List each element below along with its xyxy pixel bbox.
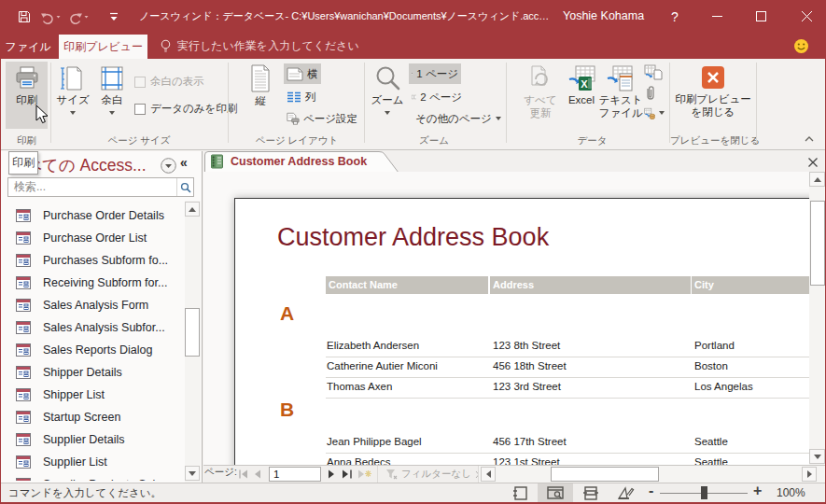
nav-item-label: Sales Analysis Subfor...	[43, 321, 165, 334]
help-button[interactable]: ?	[659, 0, 691, 33]
export-pdf-xps-button[interactable]	[641, 62, 667, 82]
two-pages-button[interactable]: 2 ページ	[409, 87, 465, 107]
redo-icon[interactable]	[68, 7, 89, 26]
pdf-xps-icon	[644, 64, 663, 80]
size-dropdown-arrow	[70, 111, 76, 115]
filter-status-button[interactable]: フィルターなし	[377, 466, 480, 483]
zoom-button[interactable]: ズーム	[369, 62, 406, 129]
nav-item[interactable]: Purchases Subform fo...	[1, 249, 185, 272]
report-view-button[interactable]	[502, 483, 538, 502]
customize-qat-icon[interactable]	[108, 7, 119, 26]
zoom-percentage[interactable]: 100%	[777, 483, 805, 502]
account-user-name[interactable]: Yoshie Kohama	[563, 0, 644, 33]
email-attach-button[interactable]	[641, 82, 667, 103]
nav-item[interactable]: Purchase Order List	[1, 227, 185, 249]
nav-item-label: Supplier Products Sub...	[43, 478, 169, 481]
nav-scroll-down-icon[interactable]	[185, 466, 200, 481]
tell-me-box[interactable]: 実行したい作業を入力してください	[160, 33, 359, 59]
preview-scroll-right-icon[interactable]	[802, 467, 817, 482]
landscape-button[interactable]: 横	[284, 63, 321, 84]
print-preview-canvas[interactable]: Customer Address Book Contact NameAddres…	[203, 172, 826, 465]
tab-file[interactable]: ファイル	[1, 35, 55, 59]
preview-scroll-down-icon[interactable]	[809, 449, 825, 464]
close-button[interactable]	[791, 0, 822, 33]
ribbon: 印刷 印刷 サイズ 余白 余白の表示	[1, 59, 826, 150]
last-page-icon[interactable]	[342, 469, 354, 480]
report-cell-city: Los Angelas	[694, 381, 753, 392]
page-setup-icon	[287, 111, 300, 126]
document-tab-title[interactable]: Customer Address Book	[231, 155, 367, 168]
nav-item[interactable]: Shipper List	[1, 384, 185, 406]
preview-scroll-left-icon[interactable]	[481, 467, 496, 482]
preview-vertical-scrollbar[interactable]	[809, 172, 825, 465]
one-page-button[interactable]: 1 ページ	[409, 63, 461, 84]
nav-item[interactable]: Sales Analysis Form	[1, 294, 185, 316]
preview-hscroll-thumb[interactable]	[551, 467, 659, 482]
tab-print-preview[interactable]: 印刷プレビュー	[59, 35, 147, 59]
zoom-in-button[interactable]: +	[753, 483, 762, 499]
nav-item[interactable]: Sales Reports Dialog	[1, 339, 185, 361]
report-group-letter: B	[280, 399, 294, 421]
zoom-out-button[interactable]: -	[649, 483, 653, 499]
design-view-button[interactable]	[609, 483, 644, 502]
preview-vscroll-thumb[interactable]	[810, 201, 825, 286]
nav-scrollbar[interactable]	[185, 201, 201, 483]
close-preview-icon	[701, 65, 725, 90]
document-close-icon[interactable]	[804, 154, 822, 171]
nav-pane-collapse-button[interactable]: «	[180, 155, 187, 170]
show-margins-checkbox[interactable]: 余白の表示	[134, 75, 204, 89]
more-pages-button[interactable]: その他のページ	[409, 108, 502, 129]
collapse-ribbon-button[interactable]	[799, 132, 819, 147]
preview-horizontal-scrollbar[interactable]	[478, 466, 826, 483]
search-box[interactable]: 検索...	[7, 177, 194, 197]
report-row-separator	[326, 453, 826, 454]
nav-item[interactable]: Receiving Subform for...	[1, 272, 185, 294]
report-cell-name: Anna Bedecs	[327, 456, 390, 465]
nav-item[interactable]: Supplier Details	[1, 428, 185, 451]
print-data-only-checkbox[interactable]: データのみを印刷	[134, 102, 237, 116]
page-setup-button[interactable]: ページ設定	[284, 108, 360, 129]
zoom-slider-thumb[interactable]	[701, 486, 707, 499]
export-more-button[interactable]	[641, 103, 667, 123]
report-cell-address: 123 3rd Street	[493, 381, 561, 392]
nav-pane-menu-button[interactable]	[161, 158, 176, 174]
prev-page-icon[interactable]	[253, 469, 261, 480]
undo-icon[interactable]	[40, 7, 61, 26]
nav-item[interactable]: Shipper Details	[1, 361, 185, 384]
group-label-zoom: ズーム	[369, 134, 499, 147]
nav-item[interactable]: Sales Analysis Subfor...	[1, 316, 185, 339]
portrait-button[interactable]: 縦	[240, 62, 281, 129]
layout-view-icon	[583, 486, 598, 500]
nav-item[interactable]: Supplier Products Sub...	[1, 473, 185, 481]
search-button[interactable]	[176, 178, 193, 196]
printer-icon	[13, 64, 41, 92]
close-print-preview-button[interactable]: 印刷プレビューを閉じる	[675, 62, 751, 129]
nav-item[interactable]: Supplier List	[1, 451, 185, 473]
export-excel-button[interactable]: X Excel	[564, 62, 599, 129]
nav-scroll-thumb[interactable]	[185, 308, 200, 357]
feedback-smiley-icon[interactable]	[793, 38, 809, 54]
export-text-file-button[interactable]: テキストファイル	[601, 62, 640, 129]
paper-size-icon	[59, 64, 87, 92]
group-label-data: データ	[520, 134, 665, 147]
layout-view-button[interactable]	[573, 483, 609, 502]
nav-scroll-up-icon[interactable]	[185, 202, 200, 217]
size-button[interactable]: サイズ	[54, 62, 91, 129]
zoom-dropdown-arrow	[385, 111, 390, 115]
nav-item[interactable]: Purchase Order Details	[1, 204, 185, 227]
maximize-button[interactable]	[745, 0, 777, 33]
current-page-input[interactable]	[269, 467, 321, 482]
nav-item-label: Purchase Order List	[43, 231, 147, 245]
print-preview-view-icon	[547, 486, 564, 500]
nav-item-label: Supplier Details	[43, 433, 125, 446]
margins-button[interactable]: 余白	[93, 62, 131, 129]
first-page-icon[interactable]	[237, 469, 249, 480]
save-icon[interactable]	[17, 7, 32, 26]
minimize-button[interactable]	[701, 0, 733, 33]
preview-scroll-up-icon[interactable]	[809, 172, 825, 187]
print-preview-view-button[interactable]	[538, 483, 573, 502]
columns-button[interactable]: 列	[284, 87, 321, 107]
next-page-icon[interactable]	[328, 469, 336, 480]
page-navigation-bar: ページ: フィルターなし	[203, 465, 826, 483]
nav-item[interactable]: Startup Screen	[1, 406, 185, 428]
